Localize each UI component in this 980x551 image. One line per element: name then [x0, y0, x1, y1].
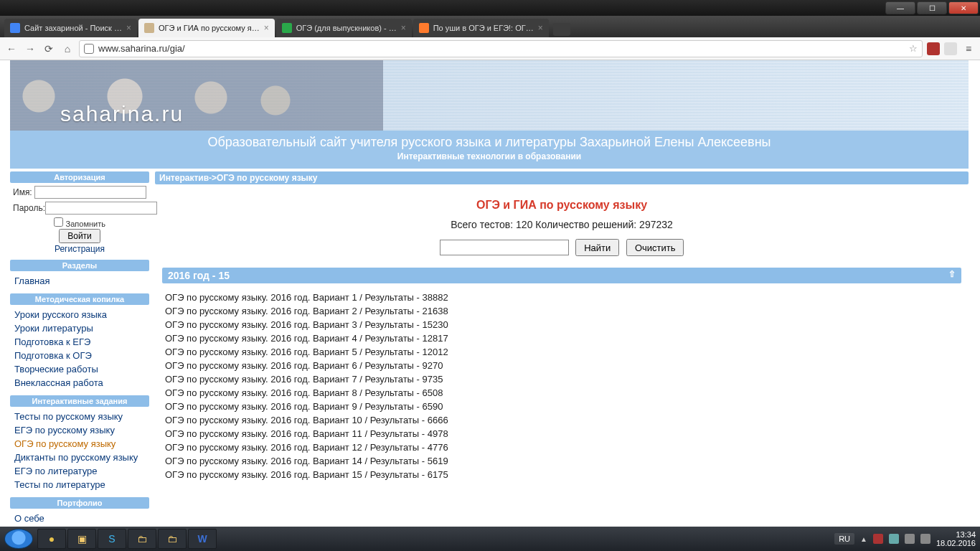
browser-toolbar: ← → ⟳ ⌂ www.saharina.ru/gia/ ☆ ≡ — [0, 37, 980, 60]
test-item: ОГЭ по русскому языку. 2016 год. Вариант… — [165, 359, 958, 372]
browser-tab[interactable]: По уши в ОГЭ и ЕГЭ!: ОГ…× — [413, 19, 549, 37]
back-button[interactable]: ← — [4, 42, 19, 56]
sidebar-link[interactable]: Тесты по литературе — [13, 478, 146, 491]
test-item: ОГЭ по русскому языку. 2016 год. Вариант… — [165, 318, 958, 331]
tray-volume-icon[interactable] — [920, 534, 930, 544]
browser-tab[interactable]: ОГЭ и ГИА по русскому я…× — [138, 19, 275, 37]
sidebar-section: Уроки русского языкаУроки литературыПодг… — [10, 305, 149, 395]
taskbar-clock[interactable]: 13:34 18.02.2016 — [936, 530, 976, 547]
bookmark-star-icon[interactable]: ☆ — [909, 43, 918, 54]
year-heading[interactable]: 2016 год - 15 ⇧ — [162, 268, 961, 283]
test-link[interactable]: ОГЭ по русскому языку. 2016 год. Вариант… — [165, 306, 448, 316]
test-link[interactable]: ОГЭ по русскому языку. 2016 год. Вариант… — [165, 333, 448, 344]
test-item: ОГЭ по русскому языку. 2016 год. Вариант… — [165, 291, 958, 304]
tray-app-icon[interactable] — [889, 534, 899, 544]
sidebar-link[interactable]: Главная — [13, 274, 146, 288]
sidebar-link[interactable]: Уроки русского языка — [13, 308, 146, 321]
test-link[interactable]: ОГЭ по русскому языку. 2016 год. Вариант… — [165, 456, 448, 466]
test-link[interactable]: ОГЭ по русскому языку. 2016 год. Вариант… — [165, 292, 448, 303]
window-maximize-button[interactable]: ☐ — [917, 1, 947, 14]
sidebar-link[interactable]: Подготовка к ОГЭ — [13, 349, 146, 362]
test-link[interactable]: ОГЭ по русскому языку. 2016 год. Вариант… — [165, 347, 448, 357]
reload-button[interactable]: ⟳ — [42, 42, 56, 56]
tab-close-icon[interactable]: × — [122, 23, 131, 33]
test-link[interactable]: ОГЭ по русскому языку. 2016 год. Вариант… — [165, 415, 448, 425]
clock-time: 13:34 — [936, 530, 976, 539]
taskbar-folder2-icon[interactable]: 🗀 — [158, 529, 187, 549]
page-viewport[interactable]: saharina.ru Образовательный сайт учителя… — [0, 60, 980, 527]
browser-tab[interactable]: Сайт захариной - Поиск …× — [4, 19, 137, 37]
sidebar-link[interactable]: Творческие работы — [13, 362, 146, 376]
test-link[interactable]: ОГЭ по русскому языку. 2016 год. Вариант… — [165, 428, 448, 439]
taskbar-word-icon[interactable]: W — [188, 529, 217, 549]
sidebar-auth-head: Авторизация — [10, 171, 149, 183]
tray-flag-icon[interactable] — [873, 534, 883, 544]
collapse-up-icon[interactable]: ⇧ — [948, 269, 956, 279]
tab-close-icon[interactable]: × — [260, 23, 269, 33]
sidebar-link[interactable]: Уроки литературы — [13, 321, 146, 335]
test-link[interactable]: ОГЭ по русскому языку. 2016 год. Вариант… — [165, 374, 443, 385]
taskbar-skype-icon[interactable]: S — [98, 529, 126, 549]
address-bar[interactable]: www.saharina.ru/gia/ ☆ — [79, 40, 923, 57]
test-item: ОГЭ по русскому языку. 2016 год. Вариант… — [165, 468, 958, 481]
url-text: www.saharina.ru/gia/ — [98, 43, 185, 54]
home-button[interactable]: ⌂ — [60, 42, 75, 56]
sidebar-section-head: Портфолио — [10, 497, 149, 509]
sidebar-link[interactable]: Диктанты по русскому языку — [13, 451, 146, 464]
tab-close-icon[interactable]: × — [534, 23, 543, 33]
tests-stats: Всего тестов: 120 Количество решений: 29… — [162, 219, 961, 230]
year-heading-text: 2016 год - 15 — [168, 270, 230, 281]
windows-taskbar: ● ▣ S 🗀 🗀 W RU ▲ 13:34 18.02.2016 — [0, 527, 980, 551]
login-password-label: Пароль: — [13, 203, 45, 213]
test-link[interactable]: ОГЭ по русскому языку. 2016 год. Вариант… — [165, 360, 443, 371]
start-button[interactable] — [4, 529, 33, 549]
tab-title: Сайт захариной - Поиск … — [24, 24, 122, 32]
sidebar-section: Тесты по русскому языкуЕГЭ по русскому я… — [10, 407, 149, 497]
clear-button[interactable]: Очистить — [626, 239, 684, 256]
sidebar-link[interactable]: ЕГЭ по литературе — [13, 464, 146, 478]
sidebar-link[interactable]: Подготовка к ЕГЭ — [13, 335, 146, 349]
sidebar-section: Главная — [10, 271, 149, 293]
login-name-input[interactable] — [34, 186, 146, 199]
register-link[interactable]: Регистрация — [55, 244, 105, 254]
search-input[interactable] — [440, 240, 569, 255]
tray-overflow-icon[interactable]: ▲ — [860, 535, 867, 543]
browser-tab[interactable]: ОГЭ (для выпускников) - …× — [276, 19, 412, 37]
menu-button[interactable]: ≡ — [961, 42, 976, 56]
extension-icon[interactable] — [944, 42, 957, 55]
login-password-input[interactable] — [45, 202, 157, 215]
extension-ublock-icon[interactable] — [927, 42, 940, 55]
test-link[interactable]: ОГЭ по русскому языку. 2016 год. Вариант… — [165, 401, 443, 412]
taskbar-explorer-icon[interactable]: ▣ — [67, 529, 96, 549]
forward-button[interactable]: → — [23, 42, 37, 56]
clock-date: 18.02.2016 — [936, 539, 976, 547]
test-link[interactable]: ОГЭ по русскому языку. 2016 год. Вариант… — [165, 442, 448, 453]
remember-checkbox[interactable] — [54, 217, 63, 227]
page-icon — [84, 44, 94, 54]
favicon-icon — [10, 23, 20, 33]
login-button[interactable]: Войти — [59, 229, 100, 243]
search-button[interactable]: Найти — [575, 239, 619, 256]
breadcrumb: Интерактив->ОГЭ по русскому языку — [155, 171, 969, 184]
taskbar-chrome-icon[interactable]: ● — [37, 529, 66, 549]
tab-close-icon[interactable]: × — [397, 23, 406, 33]
sidebar-link[interactable]: О себе — [13, 512, 146, 525]
sidebar-link[interactable]: Внеклассная работа — [13, 376, 146, 390]
tray-network-icon[interactable] — [905, 534, 915, 544]
taskbar-folder-icon[interactable]: 🗀 — [128, 529, 156, 549]
test-item: ОГЭ по русскому языку. 2016 год. Вариант… — [165, 331, 958, 345]
sidebar-section: О себеДостижения учеников — [10, 509, 149, 527]
sidebar-link[interactable]: ЕГЭ по русскому языку — [13, 423, 146, 437]
test-link[interactable]: ОГЭ по русскому языку. 2016 год. Вариант… — [165, 387, 443, 398]
test-link[interactable]: ОГЭ по русскому языку. 2016 год. Вариант… — [165, 319, 448, 330]
window-close-button[interactable]: ✕ — [948, 1, 979, 14]
window-minimize-button[interactable]: — — [885, 1, 915, 14]
site-subtitle: Образовательный сайт учителя русского яз… — [10, 131, 969, 169]
site-subtitle-line2: Интерактивные технологии в образовании — [13, 151, 966, 161]
sidebar-link[interactable]: ОГЭ по русскому языку — [13, 437, 146, 451]
system-tray: RU ▲ 13:34 18.02.2016 — [834, 530, 976, 547]
new-tab-button[interactable] — [553, 23, 570, 36]
language-indicator[interactable]: RU — [834, 533, 854, 545]
test-link[interactable]: ОГЭ по русскому языку. 2016 год. Вариант… — [165, 469, 448, 480]
sidebar-link[interactable]: Тесты по русскому языку — [13, 410, 146, 423]
